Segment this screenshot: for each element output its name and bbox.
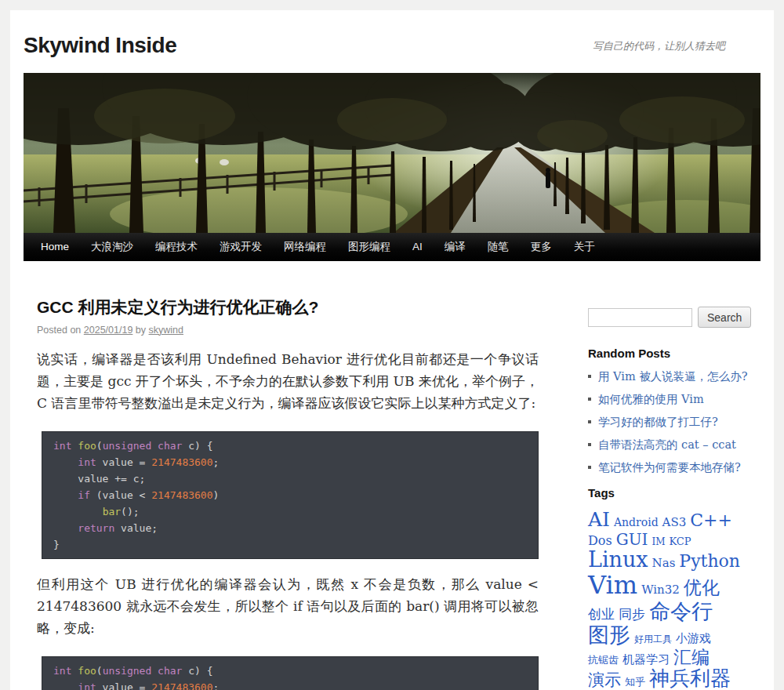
code-line: } [53,536,527,553]
tag-link[interactable]: IM [652,537,665,547]
nav-item: 游戏开发 [209,233,273,261]
tag-link[interactable]: KCP [669,536,691,548]
nav-item: 编译 [434,233,477,261]
code-line: int value = 2147483600; [53,454,527,470]
tag-link[interactable]: 小游戏 [676,632,711,645]
random-post-link[interactable]: 笔记软件为何需要本地存储? [598,460,741,475]
nav-link-随笔[interactable]: 随笔 [477,233,520,261]
random-post-link[interactable]: 学习好的都做了打工仔? [598,415,718,430]
tag-link[interactable]: 汇编 [673,648,710,668]
content: GCC 利用未定义行为进行优化正确么? Posted on 2025/01/19… [10,261,774,690]
bullet-square-icon [588,398,591,401]
nav-link-大浪淘沙[interactable]: 大浪淘沙 [80,233,144,261]
main-nav: Home大浪淘沙编程技术游戏开发网络编程图形编程AI编译随笔更多关于 [24,233,760,261]
tag-link[interactable]: GUI [616,531,648,548]
nav-link-游戏开发[interactable]: 游戏开发 [209,233,273,261]
nav-list: Home大浪淘沙编程技术游戏开发网络编程图形编程AI编译随笔更多关于 [24,233,760,261]
nav-item: 关于 [563,233,606,261]
tag-link[interactable]: Win32 [641,583,680,597]
tag-link[interactable]: AI [588,509,610,531]
sidebar: Search Random Posts 用 Vim 被人说装逼，怎么办?如何优雅… [588,297,760,690]
tag-link[interactable]: C++ [690,511,732,531]
tag-link[interactable]: Nas [652,557,676,570]
nav-link-更多[interactable]: 更多 [520,233,563,261]
nav-item: AI [401,233,434,261]
bullet-square-icon [588,375,591,378]
nav-link-关于[interactable]: 关于 [563,233,606,261]
tag-link[interactable]: Dos [588,534,612,548]
tag-link[interactable]: 同步 [619,607,645,622]
code-block: int foo(unsigned char c) { int value = 2… [42,431,539,559]
nav-link-网络编程[interactable]: 网络编程 [273,233,337,261]
random-post-link[interactable]: 自带语法高亮的 cat – ccat [598,438,736,452]
tag-link[interactable]: Linux [588,548,648,572]
code-line: if (value < 2147483600) [53,487,527,503]
nav-link-编译[interactable]: 编译 [434,233,477,261]
post-paragraph: 说实话，编译器是否该利用 Undefined Behavior 进行优化目前都还… [37,348,539,414]
by-label: by [136,325,146,336]
tag-link[interactable]: 机器学习 [622,653,670,666]
nav-link-图形编程[interactable]: 图形编程 [337,233,401,261]
post-date-link[interactable]: 2025/01/19 [84,325,133,336]
search-input[interactable] [588,308,692,327]
post-article: GCC 利用未定义行为进行优化正确么? Posted on 2025/01/19… [24,297,539,690]
nav-item: Home [30,233,80,261]
header-image [24,73,760,233]
random-post-item: 自带语法高亮的 cat – ccat [588,438,760,452]
code-line: return value; [53,520,527,536]
tag-link[interactable]: 知乎 [625,677,645,688]
tree-avenue-photo [24,73,760,233]
tag-link[interactable]: AS3 [662,516,687,529]
nav-item: 图形编程 [337,233,401,261]
post-meta: Posted on 2025/01/19 by skywind [37,325,539,336]
tag-link[interactable]: 好用工具 [634,634,672,645]
tag-link[interactable]: 神兵利器 [649,667,731,690]
nav-item: 随笔 [477,233,520,261]
code-block: int foo(unsigned char c) { int value = 2… [42,656,539,690]
page: Skywind Inside 写自己的代码，让别人猜去吧 [10,10,774,690]
post-title: GCC 利用未定义行为进行优化正确么? [37,297,539,318]
tag-link[interactable]: 创业 [588,607,615,622]
tag-link[interactable]: Python [679,552,740,572]
post-author-link[interactable]: skywind [149,325,183,336]
site-title[interactable]: Skywind Inside [24,34,176,56]
nav-item: 大浪淘沙 [80,233,144,261]
nav-item: 网络编程 [273,233,337,261]
search-button[interactable]: Search [698,307,751,328]
nav-link-Home[interactable]: Home [30,233,80,261]
search-widget: Search [588,307,760,328]
posted-on-label: Posted on [37,325,81,336]
tag-link[interactable]: Vim [588,572,637,600]
nav-item: 编程技术 [144,233,209,261]
code-line: value += c; [53,470,527,487]
nav-link-编程技术[interactable]: 编程技术 [144,233,209,261]
tag-cloud: AIAndroidAS3C++DosGUIIMKCPLinuxNasPython… [588,509,745,690]
tag-link[interactable]: 演示 [588,671,621,690]
bullet-square-icon [588,443,591,446]
nav-item: 更多 [520,233,563,261]
random-post-link[interactable]: 如何优雅的使用 Vim [598,392,704,407]
random-post-item: 如何优雅的使用 Vim [588,392,760,407]
tags-heading: Tags [588,486,760,499]
tag-link[interactable]: 抗锯齿 [588,655,619,666]
code-line: int value = 2147483600; [53,679,527,690]
random-post-item: 用 Vim 被人说装逼，怎么办? [588,369,760,384]
nav-link-AI[interactable]: AI [401,233,434,261]
tag-link[interactable]: 命令行 [649,600,713,623]
code-line: bar(); [53,503,527,520]
random-posts-list: 用 Vim 被人说装逼，怎么办?如何优雅的使用 Vim学习好的都做了打工仔?自带… [588,369,760,474]
random-posts-heading: Random Posts [588,347,760,360]
post-paragraph: 但利用这个 UB 进行优化的编译器会认为，既然 x 不会是负数，那么 value… [37,573,539,639]
random-post-item: 笔记软件为何需要本地存储? [588,460,760,475]
random-post-link[interactable]: 用 Vim 被人说装逼，怎么办? [598,369,748,384]
code-line: int foo(unsigned char c) { [53,438,527,454]
tag-link[interactable]: 图形 [588,623,630,647]
site-tagline: 写自己的代码，让别人猜去吧 [593,39,760,56]
random-post-item: 学习好的都做了打工仔? [588,415,760,430]
bullet-square-icon [588,420,591,423]
bullet-square-icon [588,466,591,469]
tag-link[interactable]: Android [614,517,659,529]
tag-link[interactable]: 优化 [684,578,720,598]
site-header: Skywind Inside 写自己的代码，让别人猜去吧 [10,10,774,73]
code-line: int foo(unsigned char c) { [53,663,527,679]
